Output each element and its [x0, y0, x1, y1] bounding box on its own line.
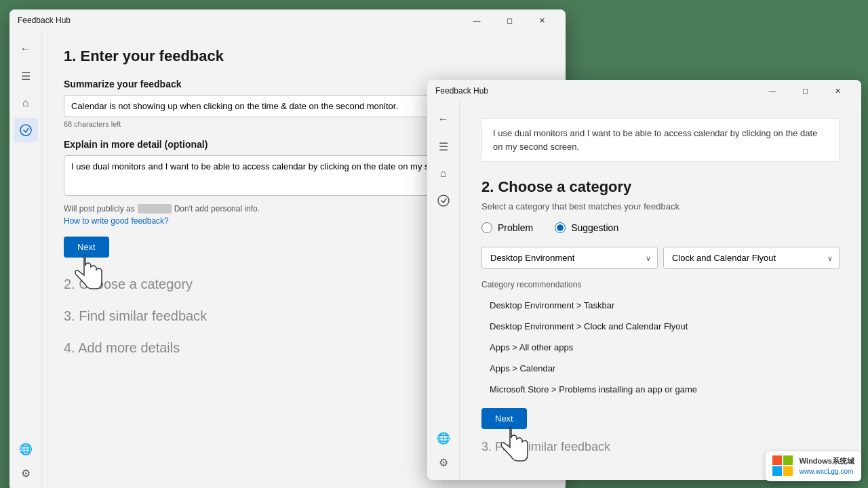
sidebar-back-icon[interactable]: ← [14, 37, 38, 61]
maximize-button-1[interactable]: ◻ [494, 9, 525, 31]
watermark-logo [772, 455, 794, 477]
category-rec-item[interactable]: Desktop Environment > Clock and Calendar… [481, 316, 840, 337]
sidebar-2-settings-icon[interactable]: ⚙ [431, 450, 456, 474]
radio-suggestion[interactable]: Suggestion [555, 222, 618, 233]
watermark-line1: Windows系统城 [800, 456, 854, 466]
minimize-button-2[interactable]: — [757, 80, 788, 102]
watermark-box: Windows系统城 www.wxcLgg.com [766, 451, 861, 481]
window-2-content: ← ☰ ⌂ 🌐 ⚙ I use dual monitors and I want… [427, 102, 861, 480]
category-rec-item[interactable]: Apps > All other apps [481, 337, 840, 358]
category-recommendations-list: Desktop Environment > TaskbarDesktop Env… [481, 295, 840, 400]
sidebar-2-bottom: 🌐 ⚙ [431, 426, 456, 474]
category-rec-item[interactable]: Apps > Calendar [481, 358, 840, 379]
dropdowns-row: Desktop Environment Clock and Calendar F… [481, 247, 840, 269]
watermark: Windows系统城 www.wxcLgg.com [766, 451, 861, 481]
window-2-main: I use dual monitors and I want to be abl… [460, 102, 861, 480]
sidebar-2-globe-icon[interactable]: 🌐 [431, 426, 456, 450]
category-dropdown1[interactable]: Desktop Environment [481, 247, 658, 269]
sidebar-settings-icon[interactable]: ⚙ [14, 461, 38, 485]
close-button-1[interactable]: ✕ [526, 9, 557, 31]
radio-suggestion-input[interactable] [555, 222, 566, 233]
sidebar-globe-icon[interactable]: 🌐 [14, 436, 38, 461]
sidebar-home-icon[interactable]: ⌂ [14, 91, 38, 115]
next-button-1[interactable]: Next [64, 237, 109, 258]
maximize-button-2[interactable]: ◻ [789, 80, 821, 102]
category-recs-label: Category recommendations [481, 280, 840, 289]
dropdown2-wrapper: Clock and Calendar Flyout [663, 247, 840, 269]
watermark-text: Windows系统城 www.wxcLgg.com [800, 456, 854, 476]
svg-rect-5 [783, 466, 793, 476]
window-2: Feedback Hub — ◻ ✕ ← ☰ ⌂ 🌐 ⚙ I [427, 80, 861, 480]
radio-problem-label: Problem [498, 222, 533, 233]
radio-problem-input[interactable] [481, 222, 492, 233]
svg-rect-4 [772, 466, 782, 476]
username-placeholder [138, 204, 172, 214]
sidebar-2-home-icon[interactable]: ⌂ [431, 161, 456, 186]
category-rec-item[interactable]: Microsoft Store > Problems installing an… [481, 379, 840, 400]
step1-heading: 1. Enter your feedback [64, 47, 544, 65]
sidebar-menu-icon[interactable]: ☰ [14, 64, 38, 88]
svg-point-0 [20, 125, 31, 136]
next-button-2[interactable]: Next [481, 408, 527, 429]
sidebar-1: ← ☰ ⌂ 🌐 ⚙ [9, 31, 42, 488]
close-button-2[interactable]: ✕ [822, 80, 853, 102]
sidebar-bottom-1: 🌐 ⚙ [14, 436, 38, 485]
window-1-title: Feedback Hub [18, 16, 461, 25]
svg-rect-3 [783, 455, 793, 465]
sidebar-2-back-icon[interactable]: ← [431, 107, 456, 131]
category-rec-item[interactable]: Desktop Environment > Taskbar [481, 295, 840, 316]
titlebar-2: Feedback Hub — ◻ ✕ [427, 80, 861, 102]
radio-problem[interactable]: Problem [481, 222, 533, 233]
watermark-url: www.wxcLgg.com [800, 467, 854, 476]
window-2-title: Feedback Hub [435, 86, 757, 96]
sidebar-2-feedback-icon[interactable] [431, 188, 456, 213]
sidebar-2: ← ☰ ⌂ 🌐 ⚙ [427, 102, 460, 480]
sidebar-feedback-icon[interactable] [14, 118, 38, 142]
svg-point-1 [438, 195, 449, 206]
feedback-description: I use dual monitors and I want to be abl… [481, 118, 840, 162]
step2-heading: 2. Choose a category [481, 178, 840, 196]
category-subtitle: Select a category that best matches your… [481, 201, 840, 211]
minimize-button-1[interactable]: — [461, 9, 492, 31]
radio-suggestion-label: Suggestion [571, 222, 618, 233]
titlebar-1: Feedback Hub — ◻ ✕ [9, 9, 566, 31]
sidebar-2-menu-icon[interactable]: ☰ [431, 134, 456, 159]
radio-group: Problem Suggestion [481, 222, 840, 233]
dropdown1-wrapper: Desktop Environment [481, 247, 658, 269]
titlebar-controls-2: — ◻ ✕ [757, 80, 853, 102]
category-dropdown2[interactable]: Clock and Calendar Flyout [663, 247, 840, 269]
titlebar-controls-1: — ◻ ✕ [461, 9, 557, 31]
svg-rect-2 [772, 455, 782, 465]
